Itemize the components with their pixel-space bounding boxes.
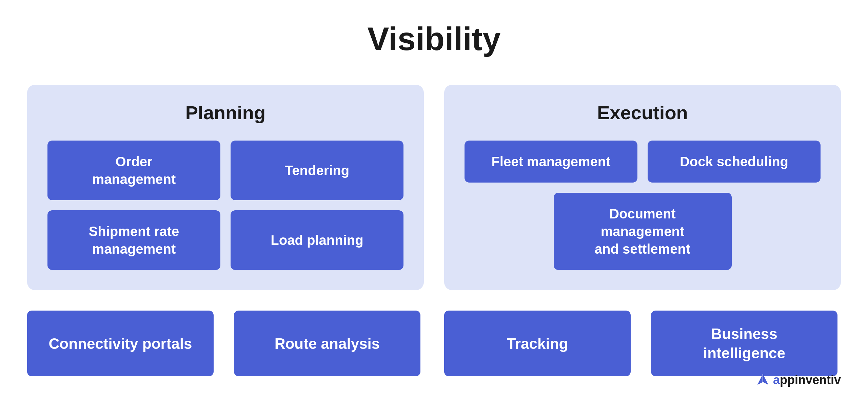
card-load-planning: Load planning [231,210,403,270]
card-tracking: Tracking [444,311,631,376]
main-content: Planning Ordermanagement Tendering Shipm… [27,85,841,376]
appinventiv-logo-icon [755,373,770,387]
planning-title: Planning [185,102,265,124]
card-tendering: Tendering [231,141,403,200]
execution-grid: Fleet management Dock scheduling Documen… [465,141,821,270]
top-row: Planning Ordermanagement Tendering Shipm… [27,85,841,290]
card-document-label: Document managementand settlement [567,205,718,258]
card-fleet-management: Fleet management [465,141,637,183]
page-title: Visibility [367,20,500,58]
logo-text: appinventiv [773,373,841,387]
execution-bottom: Document managementand settlement [465,193,821,270]
execution-title: Execution [597,102,688,124]
card-dock-label: Dock scheduling [680,153,788,170]
card-tracking-label: Tracking [507,334,568,353]
planning-section: Planning Ordermanagement Tendering Shipm… [27,85,424,290]
logo: appinventiv [755,373,841,387]
card-route-label: Route analysis [275,334,380,353]
bottom-right: Tracking Business intelligence [444,311,841,376]
card-business-intelligence: Business intelligence [651,311,837,376]
card-load-planning-label: Load planning [271,231,363,249]
card-business-label: Business intelligence [671,324,817,363]
card-document-management: Document managementand settlement [554,193,732,270]
planning-grid: Ordermanagement Tendering Shipment ratem… [47,141,403,270]
card-tendering-label: Tendering [285,162,349,179]
card-fleet-label: Fleet management [491,153,610,170]
bottom-section: Connectivity portals Route analysis Trac… [27,311,841,376]
card-shipment-label: Shipment ratemanagement [89,223,179,258]
execution-section: Execution Fleet management Dock scheduli… [444,85,841,290]
card-dock-scheduling: Dock scheduling [648,141,821,183]
card-order-management-label: Ordermanagement [92,153,176,188]
card-connectivity-label: Connectivity portals [49,334,192,353]
bottom-left: Connectivity portals Route analysis [27,311,424,376]
card-route-analysis: Route analysis [234,311,420,376]
card-order-management: Ordermanagement [47,141,220,200]
card-shipment-rate-management: Shipment ratemanagement [47,210,220,270]
card-connectivity-portals: Connectivity portals [27,311,214,376]
